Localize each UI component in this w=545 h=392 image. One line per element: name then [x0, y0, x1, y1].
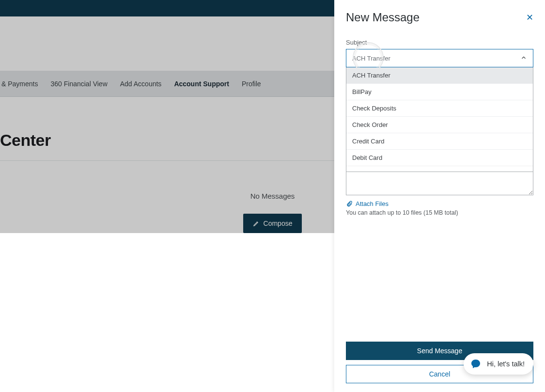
dropdown-option[interactable]: Debit Card: [346, 150, 533, 166]
subject-dropdown-list[interactable]: ACH Transfer BillPay Check Deposits Chec…: [346, 67, 533, 172]
dropdown-option[interactable]: BillPay: [346, 84, 533, 100]
tab-add-accounts[interactable]: Add Accounts: [120, 80, 162, 88]
tab-payments[interactable]: & Payments: [1, 80, 38, 88]
attach-files-link[interactable]: Attach Files: [346, 200, 533, 207]
dropdown-option[interactable]: Check Deposits: [346, 100, 533, 117]
subject-select[interactable]: ACH Transfer: [346, 49, 533, 67]
message-textarea[interactable]: [346, 172, 533, 195]
tab-profile[interactable]: Profile: [242, 80, 261, 88]
chat-text: Hi, let's talk!: [487, 360, 525, 368]
chat-widget[interactable]: Hi, let's talk!: [464, 353, 533, 375]
subject-selected-value: ACH Transfer: [352, 55, 390, 62]
close-icon[interactable]: ✕: [526, 12, 533, 23]
dropdown-option[interactable]: Check Order: [346, 117, 533, 133]
attachment-icon: [346, 201, 353, 207]
attach-files-label: Attach Files: [356, 200, 389, 207]
dropdown-option[interactable]: Deposit Account: [346, 166, 533, 172]
subject-label: Subject: [346, 39, 533, 46]
compose-button[interactable]: Compose: [243, 214, 302, 233]
compose-label: Compose: [264, 220, 293, 227]
dropdown-option[interactable]: ACH Transfer: [346, 67, 533, 84]
tab-360-financial-view[interactable]: 360 Financial View: [50, 80, 107, 88]
no-messages-text: No Messages: [250, 192, 295, 200]
new-message-panel: New Message ✕ Subject ACH Transfer ACH T…: [334, 0, 545, 392]
page-title: Center: [0, 131, 51, 150]
attach-hint-text: You can attach up to 10 files (15 MB tot…: [346, 209, 533, 216]
panel-title: New Message: [346, 11, 420, 24]
chat-bubble-icon: [469, 358, 482, 370]
pencil-icon: [253, 220, 260, 227]
chevron-up-icon: [520, 54, 527, 63]
dropdown-option[interactable]: Credit Card: [346, 133, 533, 150]
tab-account-support[interactable]: Account Support: [174, 80, 229, 88]
